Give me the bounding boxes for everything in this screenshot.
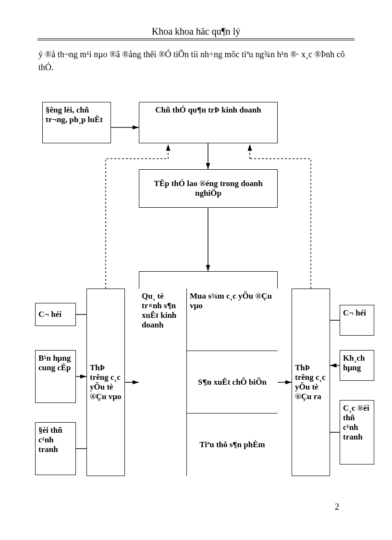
- box-left-ban-hang: B¹n hµng cung cÊp: [35, 350, 76, 403]
- box-tieu-thu: Tiªu thô s¶n phÈm: [187, 414, 278, 476]
- box-thi-truong-dau-vao: ThÞ trêng c¸c yÕu tè ®Çu vµo: [86, 289, 125, 476]
- box-left-canh-tranh: §èi thñ c¹nh tranh: [35, 422, 76, 475]
- box-thi-truong-dau-ra: ThÞ trêng c¸c yÕu tè ®Çu ra: [292, 289, 330, 476]
- page-number: 2: [335, 502, 339, 512]
- box-right-canh-tranh: C¸c ®èi thñ c¹nh tranh: [340, 400, 374, 465]
- box-qua-trinh-label: Qu¸ tè tr×nh s¶n xuÊt kinh doanh: [139, 289, 187, 476]
- box-right-co-hoi: C¬ héi: [340, 305, 374, 336]
- intro-paragraph: ý ®å th¬ng m¹i nµo ®ã ®ång thêi ®Ó tiÕn …: [38, 48, 351, 74]
- box-chu-the-quan-tri: Chñ thÓ qu¶n trÞ kinh doanh: [139, 102, 278, 143]
- page-title: Khoa khoa häc qu¶n lý: [0, 26, 392, 37]
- box-san-xuat: S¶n xuÊt chÕ biÕn: [187, 351, 278, 414]
- box-tap-the-lao-dong: TËp thÓ lao ®éng trong doanh nghiÖp: [139, 169, 278, 208]
- box-left-co-hoi: C¬ héi: [35, 303, 76, 326]
- header-divider: [37, 38, 355, 40]
- box-duong-loi: §êng lèi, chñ tr¬ng, ph¸p luËt: [42, 102, 111, 143]
- box-right-khach-hang: Kh¸ch hµng: [340, 350, 374, 381]
- box-mua-sam: Mua s¾m c¸c yÕu ®Çu vµo: [187, 289, 278, 351]
